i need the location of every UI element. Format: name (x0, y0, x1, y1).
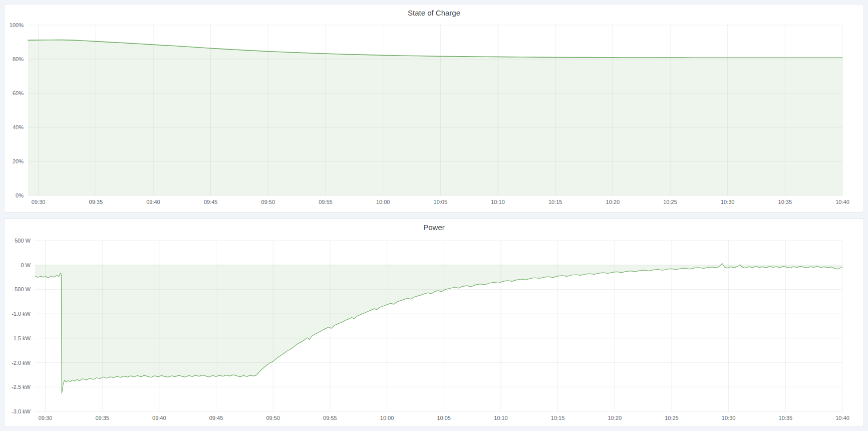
x-axis-tick-label: 10:25 (663, 199, 677, 205)
x-axis-tick-label: 10:40 (835, 199, 849, 205)
x-axis-tick-label: 10:00 (376, 199, 390, 205)
y-axis-tick-label: -2.0 kW (12, 360, 31, 366)
x-axis-tick-label: 09:40 (152, 415, 166, 421)
x-axis-tick-label: 10:05 (434, 199, 448, 205)
x-axis-tick-label: 10:35 (779, 415, 793, 421)
y-axis-tick-label: 20% (13, 158, 24, 164)
y-axis-tick-label: -1.0 kW (12, 311, 31, 317)
state-of-charge-chart-canvas[interactable]: 0%20%40%60%80%100%09:3009:3509:4009:4509… (5, 5, 863, 212)
x-axis-tick-label: 10:20 (608, 415, 622, 421)
x-axis-tick-label: 09:30 (39, 415, 53, 421)
panel-title-state-of-charge[interactable]: State of Charge (5, 9, 863, 17)
x-axis-tick-label: 09:40 (146, 199, 160, 205)
y-axis-tick-label: -2.5 kW (12, 384, 31, 390)
y-axis-tick-label: 80% (13, 56, 24, 62)
y-axis-tick-label: -3.0 kW (12, 408, 31, 414)
x-axis-tick-label: 10:30 (722, 415, 736, 421)
y-axis-tick-label: 60% (13, 90, 24, 96)
power-series-area (35, 264, 842, 393)
power-chart-canvas[interactable]: 500 W0 W-500 W-1.0 kW-1.5 kW-2.0 kW-2.5 … (5, 219, 863, 426)
x-axis-tick-label: 09:50 (261, 199, 275, 205)
x-axis-tick-label: 09:55 (323, 415, 337, 421)
x-axis-tick-label: 10:10 (491, 199, 505, 205)
x-axis-tick-label: 09:45 (204, 199, 218, 205)
x-axis-tick-label: 10:05 (437, 415, 451, 421)
x-axis-tick-label: 10:00 (380, 415, 394, 421)
panel-title-power[interactable]: Power (5, 223, 863, 232)
x-axis-tick-label: 09:55 (319, 199, 333, 205)
y-axis-tick-label: 40% (13, 124, 24, 130)
dashboard: State of Charge 0%20%40%60%80%100%09:300… (0, 0, 868, 431)
panel-power: Power 500 W0 W-500 W-1.0 kW-1.5 kW-2.0 k… (4, 219, 864, 427)
x-axis-tick-label: 09:50 (266, 415, 280, 421)
x-axis-tick-label: 10:30 (721, 199, 735, 205)
x-axis-tick-label: 10:20 (606, 199, 620, 205)
x-axis-tick-label: 10:25 (665, 415, 679, 421)
y-axis-tick-label: 0 W (21, 262, 31, 268)
x-axis-tick-label: 09:35 (89, 199, 103, 205)
x-axis-tick-label: 09:30 (32, 199, 46, 205)
x-axis-tick-label: 10:40 (835, 415, 849, 421)
y-axis-tick-label: -500 W (13, 286, 31, 292)
y-axis-tick-label: 500 W (15, 238, 31, 244)
y-axis-tick-label: -1.5 kW (12, 335, 31, 341)
y-axis-tick-label: 100% (10, 22, 24, 28)
x-axis-tick-label: 10:15 (551, 415, 565, 421)
soc-series-area (28, 40, 842, 195)
y-axis-tick-label: 0% (16, 192, 24, 198)
x-axis-tick-label: 10:35 (778, 199, 792, 205)
x-axis-tick-label: 10:10 (494, 415, 508, 421)
x-axis-tick-label: 09:35 (95, 415, 109, 421)
x-axis-tick-label: 10:15 (548, 199, 562, 205)
panel-state-of-charge: State of Charge 0%20%40%60%80%100%09:300… (4, 4, 864, 212)
x-axis-tick-label: 09:45 (209, 415, 223, 421)
